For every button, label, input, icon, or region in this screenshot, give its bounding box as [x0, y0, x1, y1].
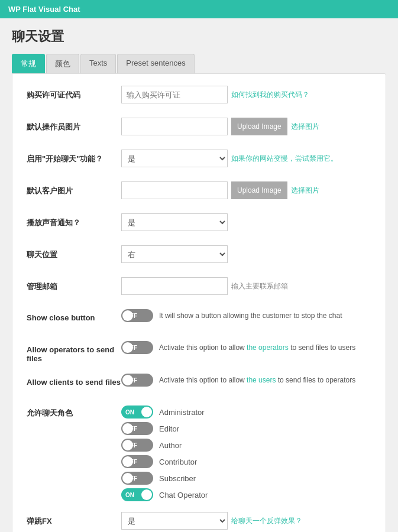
start-chat-row: 启用"开始聊天"功能？ 是 否 如果你的网站变慢，尝试禁用它。: [27, 150, 371, 171]
role-name-contributor: Contributor: [159, 458, 197, 466]
role-label-administrator: ON: [125, 409, 134, 416]
role-row-chat-operator: ON Chat Operator: [121, 488, 208, 501]
role-row-subscriber: OFF Subscriber: [121, 472, 208, 485]
tab-general[interactable]: 常规: [12, 54, 45, 73]
role-row-editor: OFF Editor: [121, 422, 208, 435]
role-row-author: OFF Author: [121, 439, 208, 452]
role-name-chat-operator: Chat Operator: [159, 491, 208, 499]
bounce-fx-row: 弹跳FX 是 否 给聊天一个反弹效果？: [27, 512, 371, 532]
chat-roles-control: ON Administrator OFF Editor: [121, 406, 371, 501]
allow-operators-control: OFF Activate this option to allow the op…: [121, 341, 371, 354]
allow-clients-control: OFF Activate this option to allow the us…: [121, 374, 371, 387]
show-close-control: OFF It will show a button allowing the c…: [121, 309, 371, 322]
role-toggle-editor[interactable]: OFF: [121, 422, 153, 435]
sound-notify-select[interactable]: 是 否: [121, 213, 228, 231]
admin-email-control: loopus_web@hotmail.fr 输入主要联系邮箱: [121, 277, 371, 295]
start-chat-select[interactable]: 是 否: [121, 150, 228, 167]
role-label-chat-operator: ON: [125, 492, 134, 498]
allow-clients-label: Allow clients to send files: [27, 374, 121, 387]
license-row: 购买许可证代码 如何找到我的购买代码？: [27, 86, 371, 107]
start-chat-label: 启用"开始聊天"功能？: [27, 150, 121, 164]
role-name-administrator: Administrator: [159, 408, 205, 417]
allow-operators-toggle-wrap: OFF Activate this option to allow the op…: [121, 341, 355, 354]
start-chat-control: 是 否 如果你的网站变慢，尝试禁用它。: [121, 150, 371, 167]
role-toggle-contributor[interactable]: OFF: [121, 455, 153, 468]
role-row-administrator: ON Administrator: [121, 406, 208, 419]
role-name-editor: Editor: [159, 424, 179, 433]
operator-select-link[interactable]: 选择图片: [291, 122, 319, 132]
role-name-subscriber: Subscriber: [159, 474, 196, 483]
sound-notify-label: 播放声音通知？: [27, 213, 121, 228]
bounce-fx-select[interactable]: 是 否: [121, 512, 228, 530]
allow-operators-highlight: the operators: [247, 343, 289, 352]
admin-email-row: 管理邮箱 loopus_web@hotmail.fr 输入主要联系邮箱: [27, 277, 371, 299]
bounce-fx-hint: 给聊天一个反弹效果？: [231, 516, 302, 526]
admin-email-label: 管理邮箱: [27, 277, 121, 292]
chat-roles-row: 允许聊天角色 ON Administrator OFF: [27, 406, 371, 501]
role-knob-administrator: [141, 407, 152, 417]
show-close-label: Show close button: [27, 309, 121, 322]
allow-operators-label: Allow operators to send files: [27, 341, 121, 363]
tab-preset[interactable]: Preset sentences: [117, 54, 194, 73]
allow-clients-row: Allow clients to send files OFF Activate…: [27, 374, 371, 395]
operator-upload-button[interactable]: Upload Image: [231, 118, 287, 135]
operator-image-url[interactable]: https://www.chaoyongseo.com/w: [121, 118, 228, 135]
page-title: 聊天设置: [12, 28, 386, 46]
allow-clients-toggle-wrap: OFF Activate this option to allow the us…: [121, 374, 355, 387]
client-image-row: 默认客户图片 https://www.chaoyongseo.com/w Upl…: [27, 181, 371, 203]
license-input[interactable]: [121, 86, 228, 103]
client-image-label: 默认客户图片: [27, 181, 121, 196]
tab-color[interactable]: 颜色: [46, 54, 79, 73]
chat-position-control: 右 左: [121, 245, 371, 263]
operator-image-label: 默认操作员图片: [27, 118, 121, 132]
role-knob-subscriber: [122, 473, 133, 484]
role-row-contributor: OFF Contributor: [121, 455, 208, 468]
show-close-toggle[interactable]: OFF: [121, 309, 153, 322]
operator-image-control: https://www.chaoyongseo.com/w Upload Ima…: [121, 118, 371, 135]
show-close-knob: [122, 310, 133, 321]
admin-email-hint: 输入主要联系邮箱: [231, 281, 288, 291]
role-toggle-chat-operator[interactable]: ON: [121, 488, 153, 501]
role-name-author: Author: [159, 441, 182, 450]
bounce-fx-control: 是 否 给聊天一个反弹效果？: [121, 512, 371, 530]
allow-operators-row: Allow operators to send files OFF Activa…: [27, 341, 371, 363]
page-container: 聊天设置 常规 颜色 Texts Preset sentences 购买许可证代…: [0, 18, 398, 532]
chat-roles-label: 允许聊天角色: [27, 406, 121, 419]
tab-texts[interactable]: Texts: [80, 54, 116, 73]
role-toggle-author[interactable]: OFF: [121, 439, 153, 452]
bounce-fx-label: 弹跳FX: [27, 512, 121, 527]
allow-operators-toggle[interactable]: OFF: [121, 341, 153, 354]
sound-notify-row: 播放声音通知？ 是 否: [27, 213, 371, 235]
client-select-link[interactable]: 选择图片: [291, 186, 319, 196]
operator-image-row: 默认操作员图片 https://www.chaoyongseo.com/w Up…: [27, 118, 371, 139]
client-upload-button[interactable]: Upload Image: [231, 181, 287, 199]
show-close-desc: It will show a button allowing the custo…: [159, 312, 342, 320]
chat-position-row: 聊天位置 右 左: [27, 245, 371, 267]
client-image-url[interactable]: https://www.chaoyongseo.com/w: [121, 181, 228, 199]
allow-clients-highlight: the users: [247, 376, 276, 384]
license-label: 购买许可证代码: [27, 86, 121, 100]
allow-clients-toggle[interactable]: OFF: [121, 374, 153, 387]
role-toggle-administrator[interactable]: ON: [121, 406, 153, 419]
chat-position-select[interactable]: 右 左: [121, 245, 228, 263]
tabs: 常规 颜色 Texts Preset sentences: [12, 54, 386, 73]
client-image-control: https://www.chaoyongseo.com/w Upload Ima…: [121, 181, 371, 199]
allow-operators-knob: [122, 342, 133, 353]
settings-panel: 购买许可证代码 如何找到我的购买代码？ 默认操作员图片 https://www.…: [12, 73, 386, 532]
top-bar-title: WP Flat Visual Chat: [8, 5, 80, 14]
role-knob-chat-operator: [141, 489, 152, 500]
license-link[interactable]: 如何找到我的购买代码？: [231, 90, 309, 100]
role-knob-editor: [122, 423, 133, 434]
allow-clients-knob: [122, 375, 133, 385]
role-list: ON Administrator OFF Editor: [121, 406, 208, 501]
sound-notify-control: 是 否: [121, 213, 371, 231]
role-knob-author: [122, 440, 133, 450]
allow-operators-desc: Activate this option to allow the operat…: [159, 343, 355, 352]
role-knob-contributor: [122, 456, 133, 467]
role-toggle-subscriber[interactable]: OFF: [121, 472, 153, 485]
allow-clients-desc: Activate this option to allow the users …: [159, 376, 355, 384]
admin-email-input[interactable]: loopus_web@hotmail.fr: [121, 277, 228, 295]
top-bar: WP Flat Visual Chat: [0, 0, 398, 18]
license-control: 如何找到我的购买代码？: [121, 86, 371, 103]
show-close-toggle-wrap: OFF It will show a button allowing the c…: [121, 309, 342, 322]
